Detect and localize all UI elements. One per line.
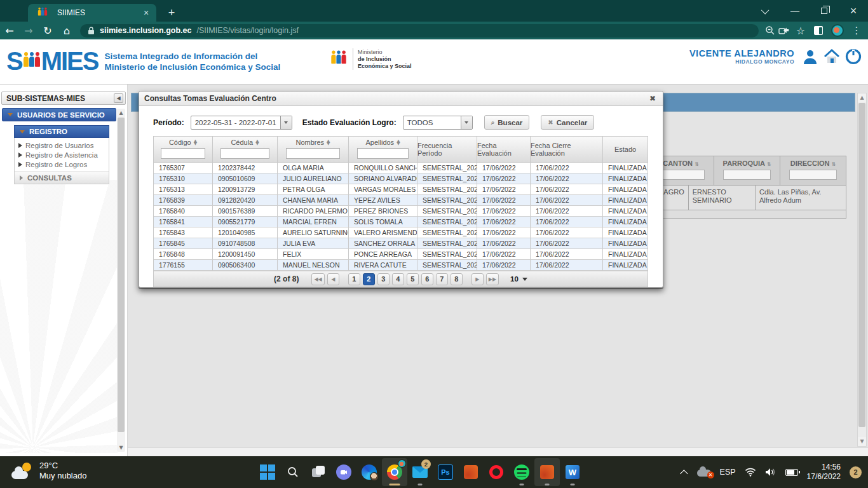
table-row[interactable]: 1765839 0912820420 CHANENA MARIA YEPEZ A… bbox=[154, 195, 648, 206]
page-number-button[interactable]: 1 bbox=[348, 273, 360, 285]
table-row[interactable]: 1765307 1202378442 OLGA MARIA RONQUILLO … bbox=[154, 163, 648, 173]
side-panel-icon[interactable] bbox=[814, 26, 823, 35]
new-tab-button[interactable]: + bbox=[164, 5, 179, 20]
tab-search-icon[interactable] bbox=[751, 0, 780, 22]
page-number-button[interactable]: 3 bbox=[377, 273, 390, 285]
browser-tab-siimies[interactable]: SIIMIES × bbox=[28, 4, 156, 22]
estado-select[interactable]: TODOS bbox=[403, 116, 473, 130]
chrome-button[interactable] bbox=[382, 458, 407, 486]
sidebar-collapse-icon[interactable]: ◀ bbox=[114, 93, 123, 103]
background-column-filter-input[interactable] bbox=[723, 170, 770, 180]
page-number-button[interactable]: 5 bbox=[407, 273, 419, 285]
dropdown-arrow-icon[interactable] bbox=[461, 116, 472, 129]
sidebar-item-registro[interactable]: REGISTRO bbox=[14, 125, 109, 138]
address-bar[interactable]: siimies.inclusion.gob.ec/SIIMIES/vistas/… bbox=[80, 24, 759, 37]
table-row[interactable]: 1765843 1201040985 AURELIO SATURNINO VAL… bbox=[154, 227, 648, 238]
prev-page-icon[interactable]: ◀ bbox=[327, 273, 339, 285]
sort-icon[interactable]: ▲▼ bbox=[327, 140, 330, 146]
zoom-out-icon[interactable] bbox=[765, 25, 775, 36]
tab-close-icon[interactable]: × bbox=[141, 8, 151, 18]
sortable-column-header[interactable]: Código▲▼ bbox=[154, 137, 213, 162]
restore-button[interactable] bbox=[810, 0, 839, 22]
office-button[interactable] bbox=[458, 458, 484, 486]
scroll-down-icon[interactable]: ▼ bbox=[858, 437, 866, 446]
sidebar-panel-usuarios[interactable]: USUARIOS DE SERVICIO bbox=[2, 108, 116, 121]
sidebar-menu-item[interactable]: Registro de Logros bbox=[17, 159, 106, 169]
mail-button[interactable]: 2 bbox=[407, 458, 433, 486]
profile-avatar[interactable] bbox=[831, 24, 844, 37]
photoshop-button[interactable]: Ps bbox=[433, 458, 458, 486]
office-active-button[interactable] bbox=[534, 458, 560, 486]
language-indicator[interactable]: ESP bbox=[720, 468, 736, 477]
background-column-filter-input[interactable] bbox=[789, 170, 836, 180]
minimize-button[interactable]: — bbox=[780, 0, 810, 22]
battery-icon[interactable] bbox=[785, 469, 798, 476]
word-button[interactable]: W bbox=[560, 458, 585, 486]
table-row[interactable]: 1776155 0905063400 MANUEL NELSON RIVERA … bbox=[154, 260, 648, 271]
page-number-button[interactable]: 8 bbox=[451, 273, 463, 285]
reload-icon[interactable]: ↻ bbox=[38, 25, 57, 37]
sidebar-scroll-thumb[interactable] bbox=[118, 118, 125, 432]
edge-button[interactable] bbox=[356, 458, 382, 486]
volume-icon[interactable] bbox=[765, 468, 776, 477]
dropdown-arrow-icon[interactable] bbox=[280, 116, 292, 129]
sidebar-menu-item[interactable]: Registro de Asistencia bbox=[17, 150, 106, 159]
page-number-button[interactable]: 7 bbox=[436, 273, 448, 285]
table-row[interactable]: 1765848 1200091450 FELIX PONCE ARREAGA S… bbox=[154, 249, 648, 260]
sidebar-item-consultas[interactable]: CONSULTAS bbox=[15, 172, 109, 184]
sidebar-menu-item[interactable]: Registro de Usuarios bbox=[17, 140, 106, 150]
table-row[interactable]: 1765313 1200913729 PETRA OLGA VARGAS MOR… bbox=[154, 184, 648, 195]
share-icon[interactable] bbox=[775, 25, 792, 36]
page-size-select[interactable]: 10 bbox=[510, 275, 527, 283]
table-row[interactable]: 1765841 0905521779 MARCIAL EFREN SOLIS T… bbox=[154, 217, 648, 227]
user-profile-icon[interactable] bbox=[802, 48, 818, 65]
weather-widget[interactable]: 29°C Muy nublado bbox=[11, 461, 86, 481]
sortable-column-header[interactable]: Nombres▲▼ bbox=[278, 137, 349, 162]
sortable-column-header[interactable]: Cédula▲▼ bbox=[213, 137, 278, 162]
chat-button[interactable] bbox=[331, 458, 356, 486]
page-number-button[interactable]: 2 bbox=[363, 273, 375, 285]
wifi-icon[interactable] bbox=[745, 468, 756, 477]
dialog-close-icon[interactable]: ✖ bbox=[648, 94, 658, 103]
cancelar-button[interactable]: ✖ Cancelar bbox=[541, 115, 594, 130]
first-page-icon[interactable]: ◀◀ bbox=[311, 273, 324, 285]
taskbar-search-button[interactable] bbox=[280, 458, 306, 486]
sidebar-scrollbar[interactable]: ▲ ▼ bbox=[117, 109, 125, 452]
back-icon[interactable]: ← bbox=[0, 25, 19, 37]
table-row[interactable]: 1765845 0910748508 JULIA EVA SANCHEZ ORR… bbox=[154, 238, 648, 249]
home-icon[interactable]: ⌂ bbox=[57, 25, 76, 37]
home-nav-icon[interactable] bbox=[824, 48, 840, 65]
bookmark-star-icon[interactable]: ☆ bbox=[792, 25, 810, 37]
table-row[interactable]: 1765840 0901576389 RICARDO PALERMO PEREZ… bbox=[154, 206, 648, 217]
opera-button[interactable] bbox=[484, 458, 509, 486]
background-column-filter-input[interactable] bbox=[657, 170, 704, 180]
column-filter-input[interactable] bbox=[161, 148, 205, 159]
browser-menu-icon[interactable]: ⋮ bbox=[848, 25, 865, 36]
column-filter-input[interactable] bbox=[357, 148, 409, 159]
task-view-button[interactable] bbox=[306, 458, 331, 486]
buscar-button[interactable]: ⌕ Buscar bbox=[484, 115, 530, 130]
sort-icon[interactable]: ▲▼ bbox=[397, 140, 400, 146]
table-row[interactable]: 1765310 0905010609 JULIO AURELIANO SORIA… bbox=[154, 173, 648, 184]
scroll-down-icon[interactable]: ▼ bbox=[117, 445, 125, 451]
page-number-button[interactable]: 4 bbox=[392, 273, 404, 285]
sort-icon[interactable]: ▲▼ bbox=[255, 140, 259, 146]
start-button[interactable] bbox=[255, 458, 280, 486]
next-page-icon[interactable]: ▶ bbox=[471, 273, 484, 285]
page-scrollbar[interactable]: ▲ ▼ bbox=[857, 93, 867, 447]
forward-icon[interactable]: → bbox=[19, 25, 38, 37]
column-filter-input[interactable] bbox=[220, 148, 269, 159]
notification-badge[interactable]: 2 bbox=[850, 466, 862, 478]
scroll-up-icon[interactable]: ▲ bbox=[858, 93, 866, 102]
page-scroll-thumb[interactable] bbox=[858, 103, 865, 427]
sort-icon[interactable]: ▲▼ bbox=[194, 140, 197, 146]
tray-expand-icon[interactable] bbox=[680, 470, 688, 478]
close-button[interactable]: × bbox=[839, 0, 868, 22]
dialog-titlebar[interactable]: Consultas Tomas Evaluación Centro ✖ bbox=[139, 92, 663, 106]
last-page-icon[interactable]: ▶▶ bbox=[486, 273, 499, 285]
sortable-column-header[interactable]: Apellidos▲▼ bbox=[349, 137, 417, 162]
onedrive-error-icon[interactable]: ✕ bbox=[697, 468, 711, 477]
periodo-select[interactable]: 2022-05-31 - 2022-07-01 bbox=[191, 116, 292, 130]
column-filter-input[interactable] bbox=[286, 148, 339, 159]
page-number-button[interactable]: 6 bbox=[421, 273, 433, 285]
